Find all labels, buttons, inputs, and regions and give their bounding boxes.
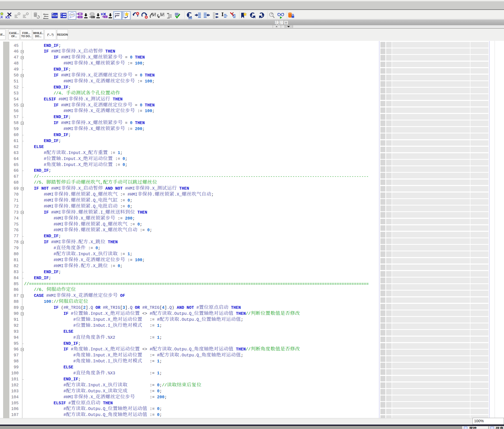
svg-text:01: 01 bbox=[79, 13, 81, 15]
svg-text:KX: KX bbox=[0, 15, 3, 19]
svg-text:K: K bbox=[101, 12, 103, 16]
